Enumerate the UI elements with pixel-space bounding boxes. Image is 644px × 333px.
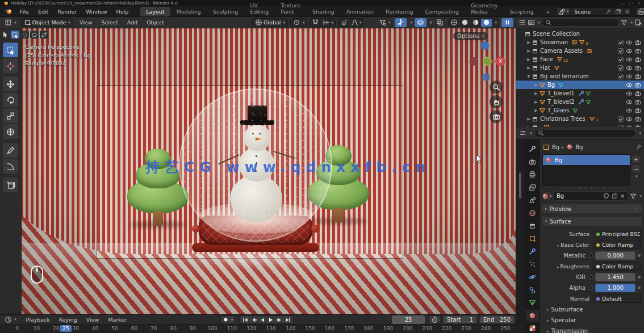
disable-render-camera-icon[interactable]	[634, 90, 641, 97]
properties-tab-particles[interactable]	[526, 258, 539, 270]
display-filter-dropdown[interactable]: ▾	[639, 131, 641, 136]
vp-menu-view[interactable]: View	[76, 18, 97, 27]
property-field-surface[interactable]: Principled BSDF	[593, 230, 641, 238]
zoom-button[interactable]	[490, 81, 503, 94]
expand-arrow-icon[interactable]: ▶	[526, 57, 532, 62]
material-slot[interactable]: Bg	[543, 155, 630, 165]
tab-shading[interactable]: Shading	[307, 7, 340, 16]
overlays-toggle[interactable]	[415, 18, 426, 27]
tab-sculpting[interactable]: Sculpting	[207, 7, 244, 16]
tool-move[interactable]	[3, 77, 18, 91]
scene-browse-button[interactable]: ▾	[557, 8, 571, 15]
copy-icon[interactable]	[612, 193, 618, 199]
outliner-row-t-glass[interactable]: ▶T_Glass	[516, 106, 644, 115]
property-field-normal[interactable]: Default	[593, 294, 641, 303]
disable-render-camera-icon[interactable]	[634, 116, 641, 123]
property-field-base-color[interactable]: Color Ramp	[593, 241, 641, 249]
properties-tab-output[interactable]	[526, 168, 539, 180]
shading-rendered-button[interactable]	[481, 19, 492, 27]
timeline-menu-keying[interactable]: Keying	[55, 315, 81, 324]
tool-scale[interactable]	[3, 108, 18, 123]
properties-tab-scene[interactable]	[526, 194, 539, 206]
properties-tab-object[interactable]	[526, 233, 539, 245]
subpanel-specular[interactable]: ▸Specular	[542, 315, 642, 326]
view-layer-browse-button[interactable]: ▾	[636, 8, 644, 15]
editor-type-dropdown[interactable]: ▾	[530, 131, 532, 136]
expand-arrow-icon[interactable]: ▶	[526, 66, 532, 70]
copy-icon[interactable]	[613, 9, 623, 15]
vp-menu-add[interactable]: Add	[123, 18, 141, 27]
overlays-dropdown[interactable]: ▾	[430, 20, 432, 25]
disable-render-camera-icon[interactable]	[634, 82, 641, 88]
tab-compositing[interactable]: Compositing	[420, 7, 465, 16]
material-name-field[interactable]: Bg ×	[553, 191, 628, 201]
unlink-icon[interactable]: ×	[623, 9, 631, 15]
keyframe-decorator[interactable]	[638, 276, 641, 279]
expand-arrow-icon[interactable]: ▸	[558, 243, 560, 248]
exclude-checkbox-icon[interactable]	[617, 116, 624, 123]
preview-panel-header[interactable]: ▸Preview⁝⁝	[542, 204, 642, 213]
disable-render-camera-icon[interactable]	[634, 48, 641, 54]
properties-search-input[interactable]	[534, 129, 636, 137]
pin-icon[interactable]	[604, 9, 613, 15]
snap-dropdown[interactable]: ▾	[321, 19, 335, 27]
hide-eye-icon[interactable]	[626, 116, 633, 123]
properties-tab-data[interactable]	[526, 297, 539, 309]
outliner-row-hat[interactable]: ▶Hat	[516, 64, 644, 72]
tool-cursor[interactable]	[3, 58, 18, 73]
properties-tab-constraints[interactable]	[526, 284, 539, 296]
properties-tab-tool[interactable]	[526, 143, 539, 155]
surface-panel-header[interactable]: ▾Surface⁝⁝	[542, 217, 642, 226]
vp-menu-object[interactable]: Object	[143, 18, 168, 27]
node-filter-dropdown[interactable]: ▾	[639, 194, 642, 199]
outliner-row-face[interactable]: ▶Face10	[516, 55, 644, 64]
pan-button[interactable]	[490, 95, 503, 108]
tab-modeling[interactable]: Modeling	[171, 7, 207, 16]
hide-eye-icon[interactable]	[626, 48, 633, 54]
transport-prev-key[interactable]	[250, 316, 258, 323]
hide-eye-icon[interactable]	[626, 82, 633, 88]
exclude-checkbox-icon[interactable]	[617, 56, 624, 63]
menu-help[interactable]: Help	[112, 7, 133, 16]
disable-render-camera-icon[interactable]	[634, 73, 641, 80]
tool-add-cube[interactable]	[3, 178, 18, 192]
close-icon[interactable]: ×	[637, 1, 641, 6]
transport-next-key[interactable]	[275, 316, 283, 323]
tab-geometry-nodes[interactable]: Geometry Nodes	[465, 1, 503, 16]
pivot-point-dropdown[interactable]: ▾	[290, 18, 308, 27]
list-resize-grip[interactable]: • • • • •	[542, 186, 642, 190]
object-visibility-dropdown[interactable]: ▾	[377, 18, 393, 27]
expand-arrow-icon[interactable]: ▸	[557, 265, 559, 269]
expand-arrow-icon[interactable]: ▶	[533, 100, 539, 104]
blender-menu-icon[interactable]	[5, 8, 12, 15]
outliner-row-t-blevel2[interactable]: ▶T_blevel2	[516, 98, 644, 106]
editor-timeline-button[interactable]: ▾	[2, 315, 19, 324]
subpanel-transmission[interactable]: ▸Transmission	[542, 326, 642, 333]
filter-dropdown[interactable]: ▾	[630, 20, 633, 25]
tab-texture-paint[interactable]: Texture Paint	[275, 1, 306, 16]
hide-eye-icon[interactable]	[626, 99, 633, 106]
base-knob-right[interactable]	[311, 225, 319, 233]
transport-jump-start[interactable]	[241, 316, 249, 323]
subpanel-subsurface[interactable]: ▸Subsurface	[542, 304, 642, 315]
outliner-row-item[interactable]: ▶	[516, 123, 644, 127]
hide-eye-icon[interactable]	[626, 56, 633, 63]
keyframe-decorator[interactable]	[638, 286, 641, 289]
filter-icon[interactable]	[621, 19, 628, 26]
menu-file[interactable]: File	[16, 7, 33, 16]
window-controls[interactable]: ▭□×	[621, 1, 641, 6]
minimize-icon[interactable]: ▭	[621, 1, 625, 6]
outliner-row-scene-collection[interactable]: Scene Collection	[516, 29, 644, 38]
properties-tab-render[interactable]	[526, 156, 539, 168]
timeline-menu-view[interactable]: View	[82, 315, 103, 324]
expand-arrow-icon[interactable]: ▶	[526, 49, 532, 53]
new-collection-icon[interactable]	[634, 19, 642, 26]
select-mode-tweak[interactable]	[1, 31, 10, 39]
select-mode-select-box[interactable]	[11, 31, 19, 39]
tool-annotate[interactable]	[3, 143, 18, 158]
properties-tab-collection[interactable]	[526, 220, 539, 232]
outliner-row-bg[interactable]: ▶Bg	[516, 81, 644, 89]
properties-tab-material[interactable]	[526, 310, 539, 322]
property-field-alpha[interactable]: 1.000	[595, 284, 635, 292]
tool-select-box[interactable]	[3, 43, 18, 57]
